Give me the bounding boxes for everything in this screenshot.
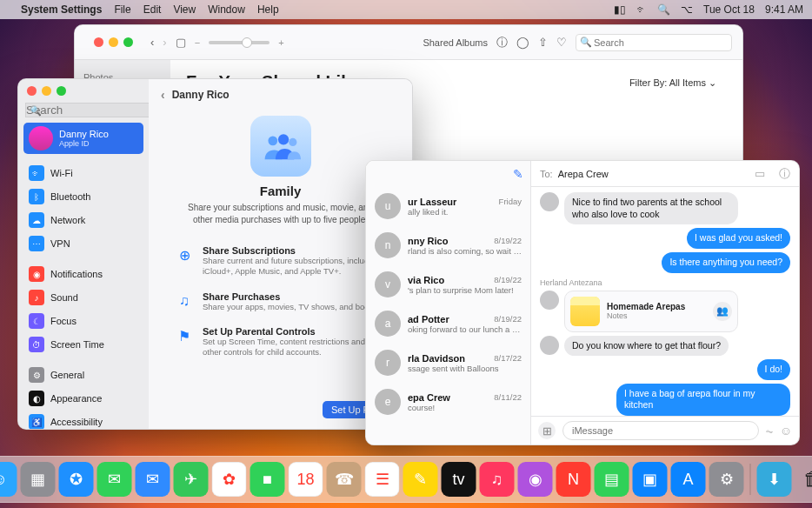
avatar: u: [375, 193, 401, 219]
shared-albums-label: Shared Albums: [423, 37, 488, 48]
dock-launchpad[interactable]: ▦: [21, 462, 56, 497]
sidebar-item-appearance[interactable]: ◐Appearance: [23, 387, 143, 410]
dock-tv[interactable]: tv: [442, 462, 476, 497]
dock-facetime[interactable]: ■: [250, 462, 285, 497]
dock-podcasts[interactable]: ◉: [518, 462, 553, 497]
sidebar-item-vpn[interactable]: ⋯VPN: [23, 232, 143, 255]
settings-search[interactable]: 🔍: [25, 103, 142, 117]
info-icon[interactable]: ⓘ: [779, 166, 790, 182]
dock-keynote[interactable]: ▣: [633, 462, 668, 497]
menubar-date[interactable]: Tue Oct 18: [703, 3, 755, 16]
zoom-button[interactable]: [57, 86, 66, 96]
dock-messages[interactable]: ✉: [97, 462, 132, 497]
conversation-row[interactable]: uur LasseurFridayally liked it.: [366, 187, 530, 226]
sidebar-item-focus[interactable]: ☾Focus: [23, 310, 143, 332]
share-icon[interactable]: ⇧: [538, 36, 548, 49]
zoom-slider[interactable]: [209, 41, 270, 44]
dock-maps[interactable]: ✈: [174, 462, 209, 497]
zoom-button[interactable]: [123, 37, 133, 47]
sidebar-item-notifications[interactable]: ◉Notifications: [23, 263, 143, 285]
info-icon[interactable]: ⓘ: [496, 35, 508, 50]
back-button[interactable]: ‹: [150, 36, 154, 49]
dock-numbers[interactable]: ▤: [595, 462, 629, 497]
note-attachment[interactable]: Homemade ArepasNotes👥: [564, 291, 738, 332]
dock-notes[interactable]: ✎: [403, 462, 438, 497]
compose-button[interactable]: ✎: [513, 167, 523, 181]
dictate-icon[interactable]: ⏦: [766, 424, 773, 438]
messages-conversation: To: Arepa Crew ▭ ⓘ Nice to find two pare…: [531, 161, 799, 444]
menu-edit[interactable]: Edit: [143, 3, 162, 16]
dock-downloads[interactable]: ⬇: [757, 462, 792, 497]
menu-window[interactable]: Window: [208, 3, 245, 16]
sidebar-toggle[interactable]: ▢: [176, 36, 186, 49]
dock-settings[interactable]: ⚙: [709, 462, 744, 497]
filter-dropdown[interactable]: Filter By: All Items ⌄: [629, 77, 716, 89]
add-people-icon[interactable]: 👥: [713, 302, 732, 321]
settings-sidebar: 🔍 Danny RicoApple IDᯤWi-FiᛒBluetooth☁Net…: [18, 79, 149, 429]
dock-contacts[interactable]: ☎: [327, 462, 362, 497]
feature-desc: Set up Screen Time, content restrictions…: [203, 337, 386, 358]
dock-reminders[interactable]: ☰: [365, 462, 400, 497]
close-button[interactable]: [94, 37, 103, 47]
conversation-header: To: Arepa Crew ▭ ⓘ: [531, 161, 799, 187]
sidebar-user-name: Danny Rico: [59, 129, 109, 140]
sidebar-item-sound[interactable]: ♪Sound: [23, 286, 143, 309]
vpn-icon: ⋯: [29, 236, 44, 251]
close-button[interactable]: [27, 86, 37, 96]
dock-mail[interactable]: ✉: [136, 462, 170, 497]
message-input[interactable]: [562, 421, 759, 440]
app-menu[interactable]: System Settings: [21, 3, 102, 16]
sidebar-item-network[interactable]: ☁Network: [23, 209, 143, 231]
dock-calendar[interactable]: 18: [289, 462, 323, 497]
back-button[interactable]: ‹: [161, 88, 165, 102]
avatar: r: [375, 350, 401, 376]
menubar-time[interactable]: 9:41 AM: [765, 3, 803, 16]
feature-desc: Share current and future subscriptions, …: [203, 256, 386, 277]
sender-label: Herland Antezana: [540, 278, 602, 287]
dock-safari[interactable]: ✪: [59, 462, 94, 497]
conversation-row[interactable]: rrla Davidson8/17/22ssage sent with Ball…: [366, 344, 530, 383]
chevron-down-icon: ⌄: [709, 77, 716, 88]
battery-icon[interactable]: ▮▯: [614, 3, 626, 16]
conversation-row[interactable]: eepa Crew8/11/22course!: [366, 383, 530, 422]
dock-photos[interactable]: ✿: [212, 462, 247, 497]
dock-news[interactable]: N: [556, 462, 591, 497]
dock-finder[interactable]: ☺: [0, 462, 17, 497]
sidebar-user-row[interactable]: Danny RicoApple ID: [23, 123, 143, 154]
apps-button[interactable]: ⊞: [538, 422, 556, 439]
dock-appstore[interactable]: A: [671, 462, 706, 497]
sidebar-item-accessibility[interactable]: ♿Accessibility: [23, 411, 143, 429]
people-icon[interactable]: ◯: [516, 36, 529, 49]
to-value[interactable]: Arepa Crew: [558, 169, 609, 179]
photos-search-input[interactable]: [576, 34, 732, 51]
forward-button[interactable]: ›: [163, 36, 166, 49]
conversation-row[interactable]: nnny Rico8/19/22rland is also coming, so…: [366, 226, 530, 265]
sidebar-item-general[interactable]: ⚙General: [23, 364, 143, 386]
minimize-button[interactable]: [42, 86, 51, 96]
video-call-icon[interactable]: ▭: [755, 167, 765, 180]
spotlight-icon[interactable]: 🔍: [657, 3, 670, 16]
favorite-icon[interactable]: ♡: [556, 36, 567, 49]
menu-view[interactable]: View: [173, 3, 196, 16]
family-title: Family: [175, 184, 386, 198]
conversation-name: via Rico: [408, 275, 444, 285]
conversation-date: Friday: [499, 197, 522, 207]
conversation-row[interactable]: vvia Rico8/19/22's plan to surprise Mom …: [366, 265, 530, 304]
emoji-icon[interactable]: ☺: [780, 424, 792, 438]
menu-help[interactable]: Help: [257, 3, 279, 16]
conversation-row[interactable]: aad Potter8/19/22oking forward to our lu…: [366, 304, 530, 344]
sidebar-item-wi-fi[interactable]: ᯤWi-Fi: [23, 162, 143, 184]
accessibility-icon: ♿: [29, 414, 44, 429]
minimize-button[interactable]: [109, 37, 118, 47]
dock-music[interactable]: ♫: [480, 462, 515, 497]
sidebar-item-screen-time[interactable]: ⏱Screen Time: [23, 333, 143, 356]
control-center-icon[interactable]: ⌥: [681, 3, 693, 16]
conversation-date: 8/17/22: [494, 353, 522, 364]
message-bubble-out: Is there anything you need?: [662, 252, 790, 273]
dock-trash[interactable]: 🗑: [795, 462, 813, 497]
avatar: [540, 192, 559, 211]
menu-file[interactable]: File: [114, 3, 130, 16]
sidebar-item-bluetooth[interactable]: ᛒBluetooth: [23, 185, 143, 208]
wifi-icon[interactable]: ᯤ: [636, 3, 647, 16]
photos-search[interactable]: 🔍: [576, 34, 732, 51]
